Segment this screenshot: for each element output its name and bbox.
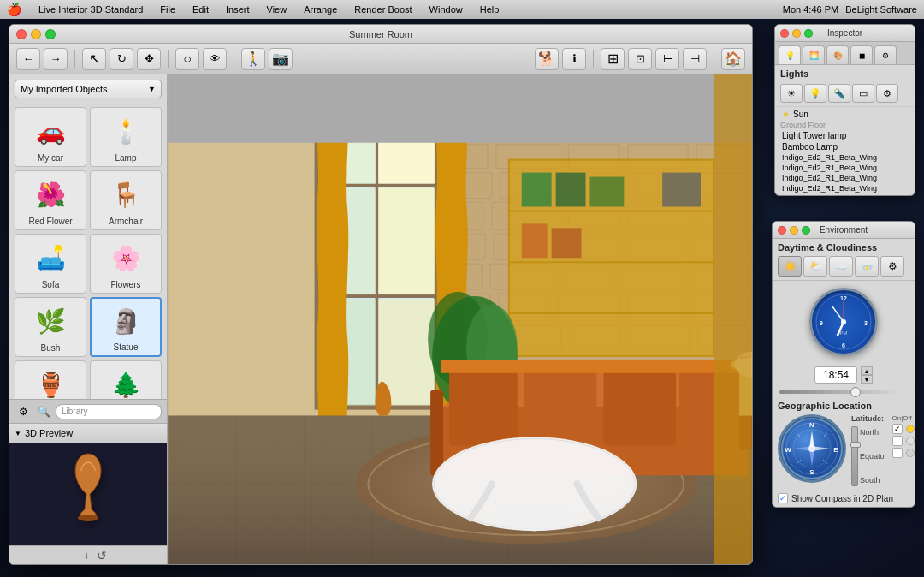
light-item-indigo-3[interactable]: Indigo_Ed2_R1_Beta_Wing — [775, 173, 915, 183]
close-button[interactable] — [16, 29, 27, 39]
view-3d-button[interactable]: ⊡ — [628, 48, 652, 70]
select-tool[interactable]: ↖ — [82, 48, 106, 70]
tab-lights[interactable]: 💡 — [779, 45, 801, 64]
inspector-close[interactable] — [780, 29, 789, 38]
light-color-3[interactable] — [906, 449, 915, 457]
info-button[interactable]: ℹ — [562, 48, 586, 70]
light-item-tower-lamp[interactable]: Light Tower lamp — [775, 130, 915, 141]
cloudiness-slider[interactable] — [779, 390, 908, 394]
split-v-button[interactable]: ⊣ — [683, 48, 707, 70]
lights-add-point[interactable]: 💡 — [804, 84, 826, 103]
light-item-indigo-4[interactable]: Indigo_Ed2_R1_Beta_Wing — [775, 183, 915, 193]
list-item[interactable]: 🌿 Bush — [15, 297, 86, 357]
reset-view-button[interactable]: ↺ — [97, 549, 107, 562]
list-item[interactable]: 🚗 My car — [15, 107, 86, 167]
weather-sunny-btn[interactable]: ☀️ — [778, 256, 802, 277]
onoff-header: On|Off — [892, 414, 912, 422]
light-color-2[interactable] — [906, 437, 915, 445]
svg-text:W: W — [785, 446, 791, 454]
objects-dropdown[interactable]: My Imported Objects ▼ — [15, 80, 162, 98]
object-thumb: 🌿 — [27, 301, 74, 342]
svg-line-112 — [832, 306, 844, 322]
light-color-1[interactable] — [906, 425, 915, 433]
svg-text:3: 3 — [864, 320, 868, 326]
light-item-indigo-2[interactable]: Indigo_Ed2_R1_Beta_Wing — [775, 163, 915, 173]
inspector-minimize[interactable] — [792, 29, 801, 38]
tab-texture[interactable]: ◼ — [850, 45, 873, 64]
list-item[interactable]: 🌲 Great Tree — [90, 360, 162, 399]
env-close[interactable] — [778, 226, 786, 235]
eye-tool[interactable]: 👁 — [203, 48, 227, 70]
render-boost-menu[interactable]: Render Boost — [351, 3, 415, 16]
move-tool[interactable]: ✥ — [137, 48, 161, 70]
split-h-button[interactable]: ⊢ — [655, 48, 679, 70]
window-menu[interactable]: Window — [426, 3, 466, 16]
time-down-button[interactable]: ▼ — [861, 375, 873, 384]
env-maximize[interactable] — [802, 226, 810, 235]
forward-button[interactable]: → — [44, 48, 68, 70]
svg-rect-83 — [522, 173, 552, 207]
view-2d-button[interactable]: ⊞ — [601, 48, 625, 70]
light-onoff-3[interactable] — [892, 448, 903, 458]
object-label: Statue — [114, 342, 139, 352]
weather-settings-btn[interactable]: ⚙ — [880, 256, 904, 277]
zoom-in-button[interactable]: + — [83, 549, 90, 562]
weather-storm-btn[interactable]: ⛈️ — [855, 256, 879, 277]
inspector-traffic-lights — [780, 29, 813, 38]
list-item[interactable]: 🏺 Vase — [15, 360, 86, 399]
list-item[interactable]: 🌸 Flowers — [90, 234, 162, 294]
dog-button[interactable]: 🐕 — [535, 48, 559, 70]
main-viewport[interactable] — [168, 74, 752, 564]
toolbar-sep-1 — [74, 50, 75, 68]
weather-cloudy-btn[interactable]: ☁️ — [829, 256, 853, 277]
list-item-selected[interactable]: 🗿 Statue — [90, 297, 162, 357]
app-name-menu[interactable]: Live Interior 3D Standard — [35, 3, 146, 16]
tab-settings[interactable]: ⚙ — [874, 45, 897, 64]
lights-add-area[interactable]: ▭ — [852, 84, 874, 103]
list-item[interactable]: 🕯️ Lamp — [90, 107, 162, 167]
light-item-bamboo-lamp[interactable]: Bamboo Lamp — [775, 141, 915, 152]
edit-menu[interactable]: Edit — [189, 3, 212, 16]
lights-section-ground-floor: Ground Floor — [775, 120, 915, 130]
weather-partly-cloudy-btn[interactable]: ⛅ — [803, 256, 827, 277]
walk-tool[interactable]: 🚶 — [241, 48, 265, 70]
view-menu[interactable]: View — [264, 3, 291, 16]
object-label: Sofa — [42, 280, 60, 289]
lights-add-spot[interactable]: 🔦 — [828, 84, 850, 103]
lights-settings[interactable]: ⚙ — [876, 84, 898, 103]
home-button[interactable]: 🏠 — [721, 48, 745, 70]
minimize-button[interactable] — [31, 29, 41, 39]
tab-color[interactable]: 🎨 — [826, 45, 849, 64]
library-search[interactable]: Library — [56, 404, 162, 419]
lights-add-sun[interactable]: ☀ — [780, 84, 803, 103]
preview-header[interactable]: ▼ 3D Preview — [9, 424, 167, 443]
time-up-button[interactable]: ▲ — [861, 366, 873, 375]
time-input[interactable] — [814, 366, 857, 384]
zoom-out-button[interactable]: − — [69, 549, 76, 562]
gear-icon[interactable]: ⚙ — [15, 403, 32, 420]
list-item[interactable]: 🪑 Armchair — [90, 170, 162, 230]
list-item[interactable]: 🌺 Red Flower — [15, 170, 86, 230]
arrange-menu[interactable]: Arrange — [300, 3, 341, 16]
insert-menu[interactable]: Insert — [222, 3, 253, 16]
inspector-maximize[interactable] — [804, 29, 813, 38]
rotate-tool[interactable]: ↻ — [110, 48, 133, 70]
list-item[interactable]: 🛋️ Sofa — [15, 234, 86, 294]
light-item-indigo-1[interactable]: Indigo_Ed2_R1_Beta_Wing — [775, 152, 915, 163]
circle-tool[interactable]: ○ — [175, 48, 199, 70]
show-compass-checkbox[interactable]: ✓ — [778, 493, 788, 503]
back-button[interactable]: ← — [16, 48, 40, 70]
help-menu[interactable]: Help — [477, 3, 503, 16]
cloudiness-slider-thumb[interactable] — [850, 387, 861, 397]
light-onoff-2[interactable] — [892, 436, 903, 446]
light-item-sun[interactable]: ★ Sun — [775, 109, 915, 120]
tab-environment[interactable]: 🌅 — [803, 45, 825, 64]
file-menu[interactable]: File — [157, 3, 179, 16]
env-minimize[interactable] — [790, 226, 798, 235]
search-icon[interactable]: 🔍 — [35, 403, 52, 420]
camera-tool[interactable]: 📷 — [269, 48, 293, 70]
maximize-button[interactable] — [45, 29, 56, 39]
light-onoff-1[interactable]: ✓ — [892, 424, 903, 434]
latitude-slider-thumb[interactable] — [850, 442, 861, 448]
apple-menu[interactable]: 🍎 — [7, 3, 21, 16]
